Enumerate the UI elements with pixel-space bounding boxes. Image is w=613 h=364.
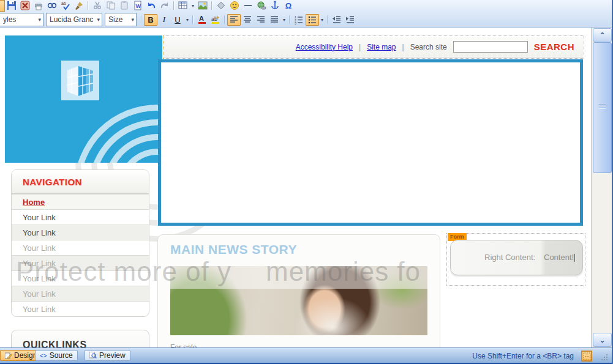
- navigation-title: NAVIGATION: [23, 177, 82, 187]
- editor-bottom-bar: Design <> Source Preview Use Shift+Enter…: [0, 347, 612, 364]
- nav-item[interactable]: Your Link: [12, 225, 149, 240]
- cut-button[interactable]: [91, 0, 104, 12]
- editor-canvas[interactable]: Accessibility Help | Site map | Search s…: [0, 28, 590, 347]
- save-button[interactable]: [5, 0, 18, 12]
- insert-image-button[interactable]: [196, 0, 209, 12]
- scrollbar-thumb[interactable]: [593, 42, 612, 173]
- outdent-button[interactable]: [330, 14, 344, 26]
- separator: |: [402, 43, 404, 51]
- scroll-down-button[interactable]: ⌃: [593, 333, 612, 347]
- toolbar-separator: [289, 15, 290, 24]
- selected-content-region[interactable]: [158, 59, 583, 226]
- font-color-icon: A: [197, 15, 207, 24]
- italic-button[interactable]: I: [157, 14, 171, 26]
- nav-item[interactable]: Your Link: [12, 270, 149, 286]
- format-painter-button[interactable]: [72, 0, 86, 12]
- align-center-icon: [243, 15, 252, 24]
- insert-link-button[interactable]: [255, 0, 268, 12]
- text-style-dropdown-caret[interactable]: ▾: [184, 17, 190, 23]
- window-resize-grip[interactable]: [600, 353, 608, 361]
- anchor-button[interactable]: [268, 0, 282, 12]
- tab-preview[interactable]: Preview: [85, 350, 130, 361]
- bold-button[interactable]: B: [144, 14, 157, 26]
- print-button[interactable]: [32, 0, 45, 12]
- svg-text:3: 3: [295, 21, 296, 25]
- scroll-up-button[interactable]: ⌃: [593, 28, 612, 42]
- building-logo: [61, 61, 99, 100]
- font-color-button[interactable]: A: [195, 14, 209, 26]
- table-icon: [178, 1, 188, 10]
- form-template-region: Form Right Content: Content!: [446, 233, 585, 286]
- anchor-icon: [270, 1, 280, 10]
- insert-smiley-button[interactable]: [228, 0, 241, 12]
- wysiwyg-editor-window: ab W ▾ Ω yles▾ Lucida Granc▾ Size▾: [0, 0, 613, 364]
- source-code-icon: <>: [40, 352, 47, 359]
- nav-item[interactable]: Your Link: [12, 255, 149, 270]
- redo-icon: [160, 1, 170, 10]
- tab-source[interactable]: <> Source: [35, 350, 78, 361]
- watermark-band: [170, 266, 427, 289]
- nav-item[interactable]: Your Link: [12, 301, 149, 316]
- toolbar-separator: [192, 15, 194, 24]
- smiley-icon: [230, 1, 239, 10]
- spellcheck-button[interactable]: ab: [59, 0, 72, 12]
- underline-button[interactable]: U: [171, 14, 184, 26]
- undo-icon: [146, 1, 156, 10]
- site-map-link[interactable]: Site map: [367, 43, 396, 51]
- unordered-list-icon: [307, 15, 317, 24]
- topbar-template-region: Accessibility Help | Site map | Search s…: [163, 35, 584, 59]
- align-right-icon: [256, 15, 266, 24]
- insert-table-button[interactable]: [176, 0, 190, 12]
- nav-item[interactable]: Your Link: [12, 240, 149, 255]
- list-dropdown-caret[interactable]: ▾: [319, 17, 325, 23]
- nav-item[interactable]: Your Link: [12, 286, 149, 301]
- utility-topbar: Accessibility Help | Site map | Search s…: [164, 37, 583, 58]
- navigation-header: NAVIGATION: [12, 170, 149, 194]
- paste-from-word-button[interactable]: W: [131, 0, 145, 12]
- highlight-color-button[interactable]: ab: [209, 14, 222, 26]
- search-button[interactable]: SEARCH: [534, 42, 574, 52]
- redo-button[interactable]: [158, 0, 171, 12]
- size-dropdown[interactable]: Size▾: [105, 13, 137, 26]
- align-left-button[interactable]: [227, 14, 241, 26]
- chevron-down-icon: ▾: [127, 17, 134, 23]
- table-dropdown-caret[interactable]: ▾: [190, 3, 196, 9]
- align-center-button[interactable]: [241, 14, 254, 26]
- nav-item-home[interactable]: Home: [12, 194, 149, 209]
- undo-button[interactable]: [145, 0, 158, 12]
- find-button[interactable]: [45, 0, 59, 12]
- chevron-up-icon: ⌃: [600, 31, 605, 39]
- right-content-panel: Right Content: Content!: [450, 240, 583, 275]
- accessibility-help-link[interactable]: Accessibility Help: [296, 43, 353, 51]
- brush-icon: [74, 1, 84, 10]
- indent-button[interactable]: [344, 14, 357, 26]
- show-blocks-button[interactable]: [581, 351, 592, 362]
- clipped-toolbar-button[interactable]: [0, 0, 5, 12]
- close-button[interactable]: [18, 0, 32, 12]
- align-dropdown-caret[interactable]: ▾: [281, 17, 287, 23]
- special-character-button[interactable]: Ω: [282, 0, 295, 12]
- toolbar-row-2: yles▾ Lucida Granc▾ Size▾ B I U ▾ A ab ▾…: [0, 12, 612, 27]
- horizontal-rule-button[interactable]: [241, 0, 255, 12]
- copy-button[interactable]: [104, 0, 118, 12]
- scissors-icon: [92, 1, 102, 10]
- toolbar-separator: [141, 15, 142, 24]
- text-cursor: [574, 254, 575, 262]
- quicklinks-panel: QUICKLINKS: [11, 330, 149, 347]
- justify-button[interactable]: [268, 14, 281, 26]
- right-content-value[interactable]: Content!: [544, 253, 575, 262]
- align-right-button[interactable]: [254, 14, 268, 26]
- vertical-scrollbar[interactable]: ⌃ ⌃: [591, 28, 612, 347]
- toolbar-separator: [224, 15, 225, 24]
- font-dropdown[interactable]: Lucida Granc▾: [46, 13, 102, 26]
- globe-link-icon: [257, 1, 266, 10]
- paste-button[interactable]: [118, 0, 131, 12]
- ordered-list-button[interactable]: 123: [292, 14, 306, 26]
- styles-dropdown[interactable]: yles▾: [0, 13, 43, 26]
- unordered-list-button[interactable]: [306, 14, 319, 26]
- right-content-label: Right Content:: [484, 253, 535, 262]
- search-input[interactable]: [453, 41, 528, 53]
- nav-item[interactable]: Your Link: [12, 209, 149, 225]
- insert-flash-button[interactable]: [214, 0, 228, 12]
- save-icon: [7, 1, 17, 10]
